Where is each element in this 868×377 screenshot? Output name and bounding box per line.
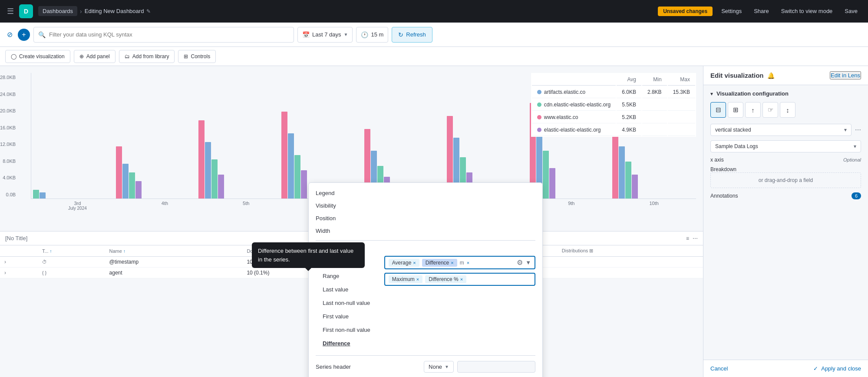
breadcrumb-dashboards[interactable]: Dashboards bbox=[38, 6, 77, 16]
cancel-button[interactable]: Cancel bbox=[710, 365, 728, 372]
tag-maximum[interactable]: Maximum × bbox=[389, 275, 422, 283]
switch-mode-button[interactable]: Switch to view mode bbox=[778, 6, 836, 16]
refresh-spin-icon: ↻ bbox=[398, 31, 403, 38]
row1-expand-icon[interactable]: ▼ bbox=[525, 259, 531, 266]
y-label-28: 28.0KB bbox=[0, 75, 19, 80]
bar bbox=[218, 175, 224, 198]
tag-difference[interactable]: Difference × bbox=[422, 259, 457, 267]
controls-button[interactable]: ⊞ Controls bbox=[178, 50, 216, 63]
tag-average-close[interactable]: × bbox=[413, 260, 416, 265]
datasource-select[interactable]: Sample Data Logs ▾ bbox=[710, 140, 861, 152]
right-panel: Edit visualization 🔔 Edit in Lens ▾ Visu… bbox=[703, 66, 868, 377]
legend-table-container: Avg Min Max artifacts.elastic.co 6.0KB 2… bbox=[531, 73, 696, 137]
series-header-input[interactable] bbox=[457, 361, 535, 373]
legend-dot-3 bbox=[537, 115, 541, 119]
bar-group-2 bbox=[116, 146, 198, 198]
datasource-config-row: Sample Data Logs ▾ bbox=[710, 140, 861, 152]
top-nav: ☰ D Dashboards › Editing New Dashboard ✎… bbox=[0, 0, 868, 23]
expand-icon-2[interactable]: › bbox=[4, 270, 6, 276]
date-picker[interactable]: 📅 Last 7 days ▼ bbox=[297, 27, 353, 43]
bar bbox=[40, 192, 46, 198]
tag-diff-pct-close[interactable]: × bbox=[460, 277, 463, 282]
menu-item-range[interactable]: Range bbox=[316, 269, 377, 283]
tag-maximum-close[interactable]: × bbox=[416, 277, 419, 282]
bar bbox=[129, 172, 135, 198]
datasource-caret-icon: ▾ bbox=[854, 143, 856, 149]
filter-toggle-icon[interactable]: ⊘ bbox=[5, 29, 14, 40]
expand-icon-1[interactable]: › bbox=[4, 259, 6, 265]
apply-close-button[interactable]: ✓ Apply and close bbox=[813, 365, 861, 372]
legend-avg-1: 6.0KB bbox=[617, 86, 641, 98]
breakdown-label: Breakdown bbox=[710, 166, 861, 172]
search-bar[interactable]: 🔍 bbox=[33, 27, 294, 43]
menu-item-first-value[interactable]: First value bbox=[316, 310, 377, 323]
viz-type-gesture-icon[interactable]: ☞ bbox=[762, 102, 778, 118]
sort-icon-name[interactable]: ↑ bbox=[123, 249, 125, 254]
menu-item-last-non-null[interactable]: Last non-null value bbox=[316, 296, 377, 310]
breakdown-drop-area[interactable]: or drag-and-drop a field bbox=[710, 172, 861, 188]
refresh-button[interactable]: ↻ Refresh bbox=[392, 27, 432, 43]
viz-type-chart-icon[interactable]: ↑ bbox=[745, 102, 761, 118]
bar bbox=[288, 133, 294, 198]
field-name-timestamp: @timestamp bbox=[105, 257, 243, 268]
library-icon: 🗂 bbox=[125, 53, 130, 60]
xaxis-optional: Optional bbox=[843, 157, 861, 162]
viz-config-header[interactable]: ▾ Visualization configuration bbox=[710, 90, 861, 97]
legend-row-1: artifacts.elastic.co 6.0KB 2.8KB 15.3KB bbox=[532, 86, 695, 98]
calendar-icon: 📅 bbox=[302, 31, 310, 38]
table-more-icon[interactable]: ⋯ bbox=[693, 235, 698, 241]
legend-dot-4 bbox=[537, 128, 541, 132]
legend-col-min: Min bbox=[642, 74, 667, 86]
y-label-0: 0.0B bbox=[0, 192, 19, 197]
add-library-button[interactable]: 🗂 Add from library bbox=[119, 50, 175, 63]
row1-settings-icon[interactable]: ⚙ bbox=[517, 258, 523, 267]
search-input[interactable] bbox=[49, 31, 289, 38]
hamburger-menu[interactable]: ☰ bbox=[7, 7, 14, 16]
x-sublabel-july: July 2024 bbox=[68, 206, 87, 211]
bar-group-3 bbox=[198, 120, 281, 198]
menu-item-last-value[interactable]: Last value bbox=[316, 283, 377, 296]
add-filter-button[interactable]: + bbox=[18, 29, 30, 41]
viz-type-arrows-icon[interactable]: ↕ bbox=[780, 102, 795, 118]
xaxis-label: x axis bbox=[710, 157, 724, 163]
bar bbox=[281, 112, 287, 198]
refresh-interval[interactable]: 🕐 15 m bbox=[356, 27, 388, 43]
col-type: T... ↑ bbox=[38, 245, 105, 257]
right-panel-title-group: Edit visualization 🔔 bbox=[710, 72, 775, 79]
interval-label: 15 m bbox=[371, 31, 383, 38]
position-row: Position bbox=[316, 215, 535, 222]
edit-in-lens-button[interactable]: Edit in Lens bbox=[830, 71, 861, 79]
settings-button[interactable]: Settings bbox=[718, 6, 745, 16]
sort-icon-type[interactable]: ↑ bbox=[50, 249, 52, 254]
nav-logo: D bbox=[19, 4, 33, 18]
create-visualization-button[interactable]: ◯ Create visualization bbox=[5, 50, 70, 63]
menu-item-difference[interactable]: Difference bbox=[316, 337, 377, 350]
edit-title-icon[interactable]: ✎ bbox=[146, 8, 151, 14]
bar bbox=[632, 175, 638, 198]
search-icon: 🔍 bbox=[38, 31, 46, 38]
layout-more-icon[interactable]: ⋯ bbox=[855, 126, 861, 133]
menu-item-first-non-null[interactable]: First non-null value bbox=[316, 323, 377, 337]
add-panel-button[interactable]: ⊕ Add panel bbox=[74, 50, 116, 63]
x-label-3rd: 3rd bbox=[68, 201, 87, 206]
legend-avg-2: 5.5KB bbox=[617, 99, 641, 111]
bar bbox=[198, 120, 205, 198]
series-header-select[interactable]: None ▼ bbox=[424, 361, 454, 373]
layout-select[interactable]: vertical stacked ▾ bbox=[710, 124, 851, 136]
tag-difference-close[interactable]: × bbox=[451, 260, 453, 265]
tag-row1-close[interactable]: × bbox=[467, 260, 469, 265]
bar bbox=[116, 146, 122, 198]
x-label-4th: 4th bbox=[162, 201, 168, 206]
legend-row: Legend bbox=[316, 190, 535, 196]
legend-avg-4: 4.9KB bbox=[617, 124, 641, 136]
viz-type-table-icon[interactable]: ⊟ bbox=[710, 102, 726, 118]
share-button[interactable]: Share bbox=[750, 6, 772, 16]
viz-type-settings-icon[interactable]: ⊞ bbox=[728, 102, 743, 118]
y-label-4: 4.0KB bbox=[0, 175, 19, 180]
table-menu-icon[interactable]: ≡ bbox=[686, 235, 689, 241]
layout-caret-icon: ▾ bbox=[844, 127, 847, 133]
tag-diff-pct[interactable]: Difference % × bbox=[425, 275, 466, 283]
tag-average[interactable]: Average × bbox=[389, 259, 419, 267]
action-bar: ◯ Create visualization ⊕ Add panel 🗂 Add… bbox=[0, 47, 868, 66]
save-button[interactable]: Save bbox=[841, 6, 861, 16]
